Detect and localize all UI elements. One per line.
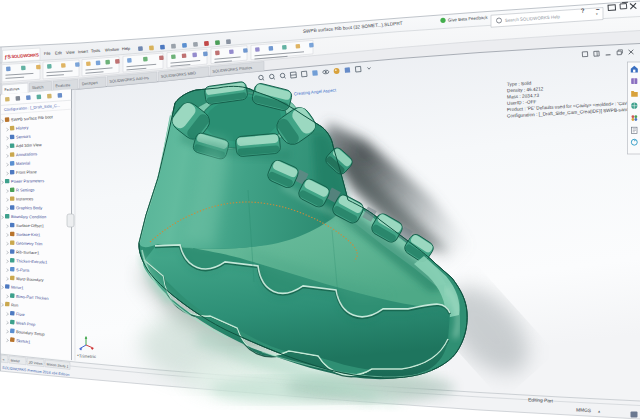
svg-text:Geometry Trim: Geometry Trim xyxy=(16,241,43,247)
svg-text:Rib-Surface1: Rib-Surface1 xyxy=(16,249,40,255)
svg-text:Mirror1: Mirror1 xyxy=(11,285,25,291)
svg-text:View: View xyxy=(66,49,75,54)
svg-text:Flow: Flow xyxy=(16,311,25,317)
svg-text:MMGS: MMGS xyxy=(576,407,591,413)
svg-text:Sensors: Sensors xyxy=(16,134,31,140)
svg-text:Surface-Knit1: Surface-Knit1 xyxy=(16,232,41,237)
svg-text:Tools: Tools xyxy=(91,48,101,54)
svg-text:Help: Help xyxy=(122,46,131,52)
svg-text:*Trimetric: *Trimetric xyxy=(77,354,97,360)
svg-text:Front Plane: Front Plane xyxy=(16,169,38,175)
svg-text:Insert: Insert xyxy=(78,49,89,55)
svg-text:Edit: Edit xyxy=(55,50,63,55)
svg-text:Window: Window xyxy=(105,47,120,53)
svg-text:Material: Material xyxy=(16,161,31,167)
svg-text:Boundary Condition: Boundary Condition xyxy=(11,214,46,219)
svg-text:Instances: Instances xyxy=(16,196,33,201)
svg-text:File: File xyxy=(44,51,51,56)
svg-text:History: History xyxy=(16,125,29,131)
svg-text:Run: Run xyxy=(11,302,19,308)
svg-text:Annotations: Annotations xyxy=(16,151,37,157)
svg-text:R Settings: R Settings xyxy=(16,187,35,192)
svg-text:S-Parts: S-Parts xyxy=(16,267,30,273)
svg-text:Surface-Offset1: Surface-Offset1 xyxy=(16,223,45,228)
svg-text:Graphics Body: Graphics Body xyxy=(16,205,42,210)
svg-text:Power Parameters: Power Parameters xyxy=(11,178,44,184)
